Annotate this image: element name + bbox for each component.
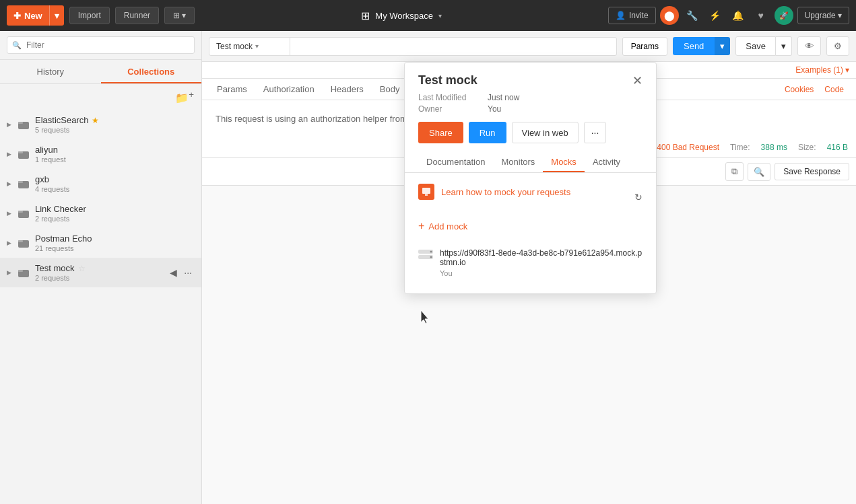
examples-link[interactable]: Examples (1) ▾ — [795, 65, 849, 75]
settings-button[interactable]: ⚙ — [826, 36, 849, 56]
expand-icon: ▶ — [7, 210, 13, 217]
workspace-label: My Workspace — [375, 11, 433, 21]
folder-icon — [18, 268, 30, 277]
collection-list: ▶ ElasticSearch ★ 5 requests ▶ — [0, 110, 201, 504]
notification-icon[interactable]: ⬤ — [660, 6, 679, 25]
tab-params[interactable]: Params — [209, 79, 255, 100]
svg-rect-9 — [18, 240, 23, 242]
import-button[interactable]: Import — [69, 7, 110, 24]
share-button[interactable]: Share — [418, 122, 463, 143]
time-label: Time: — [730, 143, 750, 152]
collection-name: Link Checker — [35, 204, 86, 214]
copy-button[interactable]: ⧉ — [725, 162, 744, 181]
collection-name: aliyun — [35, 145, 58, 155]
list-item[interactable]: ▶ gxb 4 requests — [0, 169, 201, 199]
last-modified-value: Just now — [488, 93, 643, 102]
list-item[interactable]: ▶ Link Checker 2 requests — [0, 199, 201, 228]
expand-icon: ▶ — [7, 240, 13, 246]
workspace-selector[interactable]: ⊞ My Workspace ▾ — [200, 9, 602, 22]
heart-icon[interactable]: ♥ — [752, 6, 770, 25]
tab-history[interactable]: History — [0, 60, 101, 83]
tab-monitors[interactable]: Monitors — [493, 151, 543, 172]
collection-name: Postman Echo — [35, 233, 92, 244]
topbar-right: 👤 Invite ⬤ 🔧 ⚡ 🔔 ♥ 🚀 Upgrade ▾ — [608, 6, 849, 25]
collection-request-count: 5 requests — [35, 126, 195, 134]
eye-button[interactable]: 👁 — [797, 36, 821, 56]
modal-body: Learn how to mock your requests ↻ + Add … — [405, 173, 656, 293]
tab-authorization[interactable]: Authorization — [255, 79, 323, 100]
expand-icon: ▶ — [7, 151, 13, 157]
search-response-button[interactable]: 🔍 — [748, 163, 770, 181]
svg-rect-11 — [18, 270, 23, 272]
tab-body[interactable]: Body — [372, 79, 408, 100]
save-button[interactable]: Save — [735, 36, 776, 56]
code-link[interactable]: Code — [819, 85, 849, 94]
refresh-button[interactable]: ↻ — [634, 192, 643, 203]
more-options-button[interactable]: ··· — [181, 266, 195, 279]
plus-icon: + — [418, 220, 424, 232]
more-button[interactable]: ··· — [584, 122, 607, 143]
tab-mocks[interactable]: Mocks — [543, 151, 585, 172]
send-dropdown[interactable]: ▾ — [715, 37, 730, 55]
workspace-arrow: ▾ — [438, 12, 442, 20]
mock-url: https://d90f83f1-8ede-4a3d-be8c-b791e612… — [440, 248, 643, 267]
tab-collections[interactable]: Collections — [101, 60, 202, 83]
star-outline-icon: ☆ — [78, 264, 86, 273]
svg-rect-12 — [422, 188, 430, 194]
new-collection-button[interactable]: 📁+ — [173, 87, 196, 106]
collection-request-count: 2 requests — [35, 274, 167, 282]
url-input[interactable] — [290, 38, 616, 55]
mock-dropdown[interactable]: Test mock ▾ — [209, 38, 290, 55]
new-button[interactable]: ✚ New ▾ — [7, 5, 64, 26]
workspace-icon: ⊞ — [361, 9, 370, 22]
filter-input[interactable] — [7, 36, 195, 54]
send-button[interactable]: Send — [673, 37, 715, 55]
view-web-button[interactable]: View in web — [512, 122, 579, 143]
list-item[interactable]: ▶ Postman Echo 21 requests — [0, 228, 201, 258]
owner-label: Owner — [418, 104, 486, 114]
add-mock-button[interactable]: + Add mock — [418, 220, 643, 232]
mock-name: Test mock — [216, 42, 253, 51]
list-item[interactable]: ▶ Test mock ☆ 2 requests ◀ ··· — [0, 258, 201, 287]
learn-link[interactable]: Learn how to mock your requests — [418, 184, 570, 200]
plus-icon: ✚ — [13, 11, 21, 21]
server-icon — [418, 250, 433, 262]
right-area: Test mock ✕ Last Modified Just now Owner… — [202, 31, 856, 504]
collection-request-count: 4 requests — [35, 185, 195, 193]
lightning-icon[interactable]: ⚡ — [706, 6, 725, 25]
svg-rect-13 — [425, 194, 428, 196]
status-value: 400 Bad Request — [657, 143, 719, 152]
collection-modal: Test mock ✕ Last Modified Just now Owner… — [404, 62, 657, 294]
expand-icon: ▶ — [7, 121, 13, 128]
examples-label: Examples (1) — [795, 65, 843, 75]
invite-button[interactable]: 👤 Invite — [608, 7, 656, 24]
url-bar: Test mock ▾ — [209, 37, 617, 56]
tab-headers[interactable]: Headers — [323, 79, 372, 100]
new-arrow[interactable]: ▾ — [49, 5, 64, 26]
tab-activity[interactable]: Activity — [585, 151, 628, 172]
invite-icon: 👤 — [616, 11, 626, 20]
modal-close-button[interactable]: ✕ — [632, 75, 643, 87]
run-button[interactable]: Run — [469, 122, 506, 143]
cookies-link[interactable]: Cookies — [779, 85, 819, 94]
params-button[interactable]: Params — [622, 37, 667, 56]
avatar[interactable]: 🚀 — [775, 6, 793, 25]
save-btn-group: Save ▾ — [735, 36, 792, 56]
expand-icon: ▶ — [7, 180, 13, 187]
upgrade-button[interactable]: Upgrade ▾ — [797, 7, 849, 24]
svg-rect-7 — [18, 211, 23, 213]
list-item[interactable]: ▶ ElasticSearch ★ 5 requests — [0, 110, 201, 139]
bell-icon[interactable]: 🔔 — [729, 6, 748, 25]
learn-link-text: Learn how to mock your requests — [441, 187, 570, 197]
tab-documentation[interactable]: Documentation — [418, 151, 493, 172]
wrench-icon[interactable]: 🔧 — [683, 6, 702, 25]
runner-button[interactable]: Runner — [115, 7, 159, 24]
save-dropdown[interactable]: ▾ — [776, 36, 792, 56]
layout-button[interactable]: ⊞ ▾ — [164, 7, 195, 24]
collapse-panel-button[interactable]: ◀ — [167, 266, 180, 279]
save-response-button[interactable]: Save Response — [775, 163, 849, 180]
svg-point-17 — [430, 256, 432, 258]
add-mock-label: Add mock — [428, 221, 467, 231]
list-item[interactable]: ▶ aliyun 1 request — [0, 139, 201, 169]
folder-icon — [18, 209, 30, 218]
